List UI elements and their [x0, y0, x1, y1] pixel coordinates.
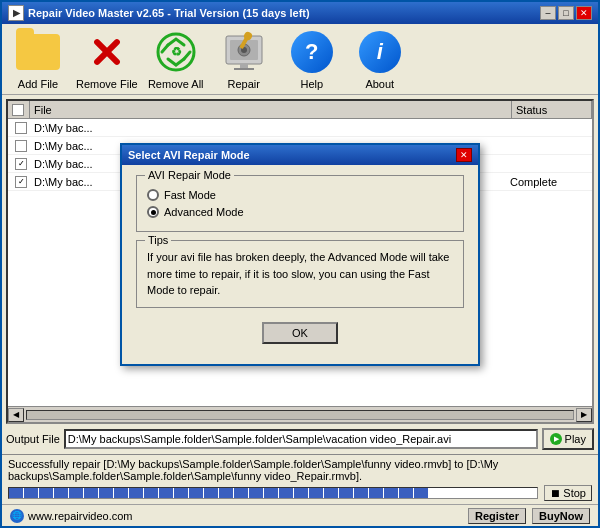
- header-checkbox[interactable]: [12, 104, 24, 116]
- folder-icon: [16, 34, 60, 70]
- remove-all-label: Remove All: [148, 78, 204, 90]
- progress-segment: [354, 488, 368, 498]
- progress-segment: [9, 488, 23, 498]
- progress-segment: [384, 488, 398, 498]
- svg-rect-6: [240, 64, 248, 68]
- help-button[interactable]: ? Help: [282, 28, 342, 90]
- modal-body: AVI Repair Mode Fast Mode Advanced Mode …: [122, 165, 478, 364]
- progress-container: ⏹ Stop: [8, 485, 592, 501]
- title-controls: – □ ✕: [540, 6, 592, 20]
- modal-dialog: Select AVI Repair Mode ✕ AVI Repair Mode…: [120, 143, 480, 366]
- progress-segment: [369, 488, 383, 498]
- play-icon: [550, 433, 562, 445]
- website-url: 🌐 www.repairvideo.com: [10, 509, 133, 523]
- scroll-right-button[interactable]: [576, 408, 592, 422]
- remove-file-label: Remove File: [76, 78, 138, 90]
- add-file-button[interactable]: Add File: [8, 28, 68, 90]
- progress-segment: [69, 488, 83, 498]
- row-status-4: Complete: [510, 176, 590, 188]
- svg-rect-7: [234, 68, 254, 70]
- remove-all-button[interactable]: ♻ Remove All: [146, 28, 206, 90]
- repair-icon: [220, 28, 268, 76]
- progress-segment: [234, 488, 248, 498]
- checkbox-1[interactable]: [15, 122, 27, 134]
- title-bar-left: ▶ Repair Video Master v2.65 - Trial Vers…: [8, 5, 310, 21]
- progress-segment: [84, 488, 98, 498]
- row-check-4[interactable]: [10, 176, 32, 188]
- play-button[interactable]: Play: [542, 428, 594, 450]
- progress-segment: [54, 488, 68, 498]
- modal-close-button[interactable]: ✕: [456, 148, 472, 162]
- progress-segment: [39, 488, 53, 498]
- stop-button[interactable]: ⏹ Stop: [544, 485, 592, 501]
- progress-bar: [8, 487, 538, 499]
- remove-all-svg-icon: ♻: [154, 31, 198, 73]
- stop-label: Stop: [563, 487, 586, 499]
- ok-button[interactable]: OK: [262, 322, 338, 344]
- checkbox-2[interactable]: [15, 140, 27, 152]
- about-label: About: [365, 78, 394, 90]
- header-status: Status: [512, 101, 592, 118]
- buynow-button[interactable]: BuyNow: [532, 508, 590, 524]
- remove-file-button[interactable]: Remove File: [76, 28, 138, 90]
- progress-segment: [279, 488, 293, 498]
- remove-file-icon: [83, 28, 131, 76]
- modal-title: Select AVI Repair Mode: [128, 149, 250, 161]
- checkbox-4[interactable]: [15, 176, 27, 188]
- progress-segment: [399, 488, 413, 498]
- modal-footer: OK: [136, 316, 464, 354]
- tips-label: Tips: [145, 234, 171, 246]
- avi-repair-mode-label: AVI Repair Mode: [145, 169, 234, 181]
- app-icon: ▶: [8, 5, 24, 21]
- repair-button[interactable]: Repair: [214, 28, 274, 90]
- progress-segment: [324, 488, 338, 498]
- avi-repair-mode-group: AVI Repair Mode Fast Mode Advanced Mode: [136, 175, 464, 232]
- progress-segment: [249, 488, 263, 498]
- register-button[interactable]: Register: [468, 508, 526, 524]
- fast-mode-row: Fast Mode: [147, 189, 453, 201]
- about-button[interactable]: i About: [350, 28, 410, 90]
- url-text: www.repairvideo.com: [28, 510, 133, 522]
- status-message: Successfully repair [D:\My backups\Sampl…: [8, 458, 592, 482]
- progress-segment: [144, 488, 158, 498]
- horizontal-scrollbar[interactable]: [8, 406, 592, 422]
- svg-text:♻: ♻: [170, 45, 181, 59]
- progress-segment: [294, 488, 308, 498]
- row-check-2[interactable]: [10, 140, 32, 152]
- minimize-button[interactable]: –: [540, 6, 556, 20]
- help-icon: ?: [288, 28, 336, 76]
- progress-segment: [99, 488, 113, 498]
- row-check-1[interactable]: [10, 122, 32, 134]
- scroll-left-button[interactable]: [8, 408, 24, 422]
- scrollbar-track[interactable]: [26, 410, 574, 420]
- progress-segment: [339, 488, 353, 498]
- output-label: Output File: [6, 433, 60, 445]
- content-area: File Status D:\My bac... D:\My bac... D:…: [2, 95, 598, 454]
- checkbox-3[interactable]: [15, 158, 27, 170]
- row-check-3[interactable]: [10, 158, 32, 170]
- modal-title-bar: Select AVI Repair Mode ✕: [122, 145, 478, 165]
- about-circle-icon: i: [359, 31, 401, 73]
- bottom-right: Register BuyNow: [468, 508, 590, 524]
- table-row[interactable]: D:\My bac...: [8, 119, 592, 137]
- fast-mode-label: Fast Mode: [164, 189, 216, 201]
- output-section: Output File Play: [6, 428, 594, 450]
- row-name-1: D:\My bac...: [32, 122, 510, 134]
- progress-segment: [159, 488, 173, 498]
- repair-label: Repair: [228, 78, 260, 90]
- tips-text: If your avi file has broken deeply, the …: [147, 249, 453, 299]
- add-file-label: Add File: [18, 78, 58, 90]
- fast-mode-radio[interactable]: [147, 189, 159, 201]
- maximize-button[interactable]: □: [558, 6, 574, 20]
- progress-segment: [114, 488, 128, 498]
- tips-group: Tips If your avi file has broken deeply,…: [136, 240, 464, 308]
- status-bar: Successfully repair [D:\My backups\Sampl…: [2, 454, 598, 504]
- advanced-mode-radio[interactable]: [147, 206, 159, 218]
- window-title: Repair Video Master v2.65 - Trial Versio…: [28, 7, 310, 19]
- progress-segment: [219, 488, 233, 498]
- globe-icon: 🌐: [10, 509, 24, 523]
- main-window: ▶ Repair Video Master v2.65 - Trial Vers…: [0, 0, 600, 528]
- output-input[interactable]: [64, 429, 538, 449]
- progress-segment: [414, 488, 428, 498]
- close-button[interactable]: ✕: [576, 6, 592, 20]
